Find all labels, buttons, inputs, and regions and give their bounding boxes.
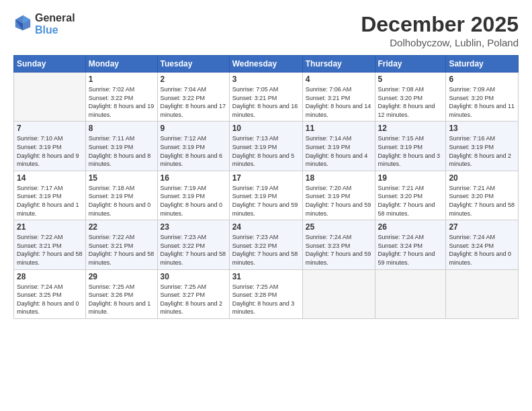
day-number: 6 — [449, 75, 515, 84]
day-number: 11 — [306, 124, 372, 133]
day-detail: Sunrise: 7:18 AMSunset: 3:19 PMDaylight:… — [89, 184, 154, 218]
day-detail: Sunrise: 7:06 AMSunset: 3:21 PMDaylight:… — [306, 85, 372, 119]
day-detail: Sunrise: 7:09 AMSunset: 3:20 PMDaylight:… — [449, 85, 515, 119]
calendar-cell: 13Sunrise: 7:16 AMSunset: 3:19 PMDayligh… — [446, 122, 519, 171]
day-header-saturday: Saturday — [446, 56, 519, 73]
calendar-table: SundayMondayTuesdayWednesdayThursdayFrid… — [13, 55, 519, 319]
day-detail: Sunrise: 7:24 AMSunset: 3:24 PMDaylight:… — [378, 233, 443, 267]
calendar-cell: 22Sunrise: 7:22 AMSunset: 3:21 PMDayligh… — [85, 220, 157, 269]
day-number: 13 — [449, 124, 515, 133]
day-number: 10 — [232, 124, 300, 133]
day-detail: Sunrise: 7:04 AMSunset: 3:22 PMDaylight:… — [161, 85, 226, 119]
header-row: General Blue December 2025 Dolhobyczow, … — [13, 12, 519, 48]
day-number: 2 — [161, 75, 226, 84]
day-detail: Sunrise: 7:21 AMSunset: 3:20 PMDaylight:… — [449, 184, 515, 218]
calendar-cell: 16Sunrise: 7:19 AMSunset: 3:19 PMDayligh… — [157, 171, 229, 220]
day-number: 18 — [306, 173, 372, 183]
day-number: 8 — [89, 124, 154, 133]
calendar-cell — [14, 73, 86, 122]
calendar-week-1: 7Sunrise: 7:10 AMSunset: 3:19 PMDaylight… — [14, 122, 519, 171]
calendar-cell — [375, 269, 446, 318]
logo-icon — [13, 13, 32, 35]
day-number: 31 — [232, 272, 300, 281]
day-number: 1 — [89, 75, 154, 84]
day-number: 14 — [17, 173, 83, 183]
calendar-cell: 29Sunrise: 7:25 AMSunset: 3:26 PMDayligh… — [85, 269, 157, 318]
calendar-cell: 4Sunrise: 7:06 AMSunset: 3:21 PMDaylight… — [302, 73, 375, 122]
day-number: 3 — [232, 75, 300, 84]
day-header-tuesday: Tuesday — [157, 56, 229, 73]
day-detail: Sunrise: 7:22 AMSunset: 3:21 PMDaylight:… — [17, 233, 83, 267]
calendar-cell: 19Sunrise: 7:21 AMSunset: 3:20 PMDayligh… — [375, 171, 446, 220]
day-number: 30 — [161, 272, 226, 281]
calendar-week-2: 14Sunrise: 7:17 AMSunset: 3:19 PMDayligh… — [14, 171, 519, 220]
day-detail: Sunrise: 7:14 AMSunset: 3:19 PMDaylight:… — [306, 134, 372, 168]
day-detail: Sunrise: 7:25 AMSunset: 3:26 PMDaylight:… — [89, 283, 154, 316]
calendar-cell: 6Sunrise: 7:09 AMSunset: 3:20 PMDaylight… — [446, 73, 519, 122]
day-number: 9 — [161, 124, 226, 133]
page-container: General Blue December 2025 Dolhobyczow, … — [0, 0, 532, 326]
calendar-cell: 8Sunrise: 7:11 AMSunset: 3:19 PMDaylight… — [85, 122, 157, 171]
calendar-cell: 30Sunrise: 7:25 AMSunset: 3:27 PMDayligh… — [157, 269, 229, 318]
day-header-sunday: Sunday — [14, 56, 86, 73]
calendar-cell: 11Sunrise: 7:14 AMSunset: 3:19 PMDayligh… — [302, 122, 375, 171]
calendar-cell: 31Sunrise: 7:25 AMSunset: 3:28 PMDayligh… — [229, 269, 302, 318]
calendar-cell: 5Sunrise: 7:08 AMSunset: 3:20 PMDaylight… — [375, 73, 446, 122]
day-header-friday: Friday — [375, 56, 446, 73]
day-number: 28 — [17, 272, 83, 281]
day-number: 12 — [378, 124, 443, 133]
day-detail: Sunrise: 7:08 AMSunset: 3:20 PMDaylight:… — [378, 85, 443, 119]
calendar-week-3: 21Sunrise: 7:22 AMSunset: 3:21 PMDayligh… — [14, 220, 519, 269]
calendar-cell: 14Sunrise: 7:17 AMSunset: 3:19 PMDayligh… — [14, 171, 86, 220]
calendar-header: SundayMondayTuesdayWednesdayThursdayFrid… — [14, 56, 519, 73]
day-detail: Sunrise: 7:12 AMSunset: 3:19 PMDaylight:… — [161, 134, 226, 168]
calendar-week-0: 1Sunrise: 7:02 AMSunset: 3:22 PMDaylight… — [14, 73, 519, 122]
day-number: 7 — [17, 124, 83, 133]
calendar-cell: 2Sunrise: 7:04 AMSunset: 3:22 PMDaylight… — [157, 73, 229, 122]
day-detail: Sunrise: 7:02 AMSunset: 3:22 PMDaylight:… — [89, 85, 154, 119]
day-header-wednesday: Wednesday — [229, 56, 302, 73]
calendar-cell: 27Sunrise: 7:24 AMSunset: 3:24 PMDayligh… — [446, 220, 519, 269]
location-title: Dolhobyczow, Lublin, Poland — [361, 37, 519, 48]
day-detail: Sunrise: 7:11 AMSunset: 3:19 PMDaylight:… — [89, 134, 154, 168]
calendar-week-4: 28Sunrise: 7:24 AMSunset: 3:25 PMDayligh… — [14, 269, 519, 318]
calendar-cell: 20Sunrise: 7:21 AMSunset: 3:20 PMDayligh… — [446, 171, 519, 220]
day-detail: Sunrise: 7:23 AMSunset: 3:22 PMDaylight:… — [161, 233, 226, 267]
day-detail: Sunrise: 7:24 AMSunset: 3:25 PMDaylight:… — [17, 283, 83, 316]
day-number: 20 — [449, 173, 515, 183]
logo: General Blue — [13, 12, 75, 36]
calendar-cell: 7Sunrise: 7:10 AMSunset: 3:19 PMDaylight… — [14, 122, 86, 171]
day-header-thursday: Thursday — [302, 56, 375, 73]
day-number: 21 — [17, 222, 83, 232]
calendar-cell — [446, 269, 519, 318]
calendar-cell: 28Sunrise: 7:24 AMSunset: 3:25 PMDayligh… — [14, 269, 86, 318]
day-detail: Sunrise: 7:24 AMSunset: 3:24 PMDaylight:… — [449, 233, 515, 267]
title-block: December 2025 Dolhobyczow, Lublin, Polan… — [361, 12, 519, 48]
calendar-cell: 12Sunrise: 7:15 AMSunset: 3:19 PMDayligh… — [375, 122, 446, 171]
day-detail: Sunrise: 7:22 AMSunset: 3:21 PMDaylight:… — [89, 233, 154, 267]
logo-text: General Blue — [35, 12, 75, 36]
day-detail: Sunrise: 7:16 AMSunset: 3:19 PMDaylight:… — [449, 134, 515, 168]
day-number: 23 — [161, 222, 226, 232]
day-detail: Sunrise: 7:05 AMSunset: 3:21 PMDaylight:… — [232, 85, 300, 119]
day-detail: Sunrise: 7:19 AMSunset: 3:19 PMDaylight:… — [232, 184, 300, 218]
calendar-cell: 26Sunrise: 7:24 AMSunset: 3:24 PMDayligh… — [375, 220, 446, 269]
month-title: December 2025 — [361, 12, 519, 37]
logo-general: General — [35, 12, 75, 24]
day-detail: Sunrise: 7:15 AMSunset: 3:19 PMDaylight:… — [378, 134, 443, 168]
logo-blue: Blue — [35, 24, 75, 36]
day-detail: Sunrise: 7:19 AMSunset: 3:19 PMDaylight:… — [161, 184, 226, 218]
day-header-monday: Monday — [85, 56, 157, 73]
day-detail: Sunrise: 7:23 AMSunset: 3:22 PMDaylight:… — [232, 233, 300, 267]
day-number: 19 — [378, 173, 443, 183]
day-number: 4 — [306, 75, 372, 84]
day-detail: Sunrise: 7:24 AMSunset: 3:23 PMDaylight:… — [306, 233, 372, 267]
day-detail: Sunrise: 7:25 AMSunset: 3:27 PMDaylight:… — [161, 283, 226, 316]
calendar-cell: 9Sunrise: 7:12 AMSunset: 3:19 PMDaylight… — [157, 122, 229, 171]
day-number: 29 — [89, 272, 154, 281]
day-number: 22 — [89, 222, 154, 232]
calendar-cell — [302, 269, 375, 318]
day-detail: Sunrise: 7:25 AMSunset: 3:28 PMDaylight:… — [232, 283, 300, 316]
calendar-cell: 23Sunrise: 7:23 AMSunset: 3:22 PMDayligh… — [157, 220, 229, 269]
calendar-cell: 1Sunrise: 7:02 AMSunset: 3:22 PMDaylight… — [85, 73, 157, 122]
